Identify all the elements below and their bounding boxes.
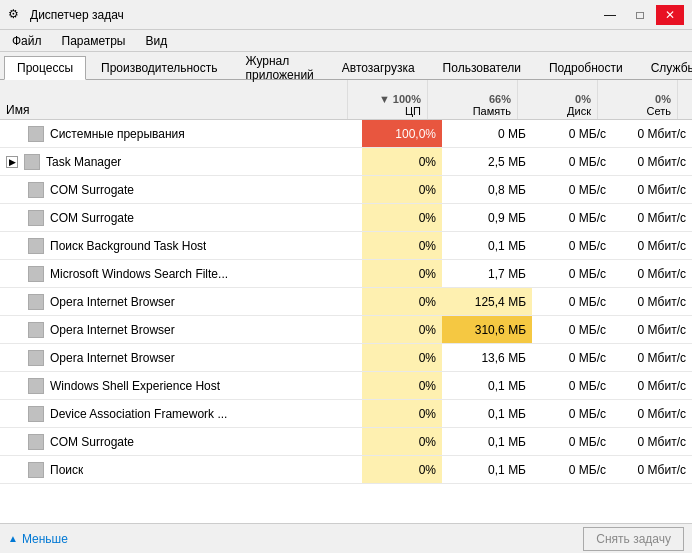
cell-disk: 0 МБ/с — [532, 316, 612, 343]
col-header-cpu[interactable]: ▼ 100% ЦП — [348, 80, 428, 119]
cell-memory: 310,6 МБ — [442, 316, 532, 343]
cell-cpu: 0% — [362, 316, 442, 343]
expand-button[interactable]: ▶ — [6, 156, 18, 168]
cell-name: COM Surrogate — [0, 428, 362, 455]
cell-name: COM Surrogate — [0, 204, 362, 231]
col-header-name[interactable]: Имя — [0, 80, 348, 119]
process-name: Поиск — [50, 463, 83, 477]
process-icon — [28, 266, 44, 282]
cell-cpu: 0% — [362, 288, 442, 315]
process-name: Microsoft Windows Search Filte... — [50, 267, 228, 281]
table-row[interactable]: COM Surrogate0%0,9 МБ0 МБ/с0 Мбит/с — [0, 204, 692, 232]
tab-bar: Процессы Производительность Журнал прило… — [0, 52, 692, 80]
col-header-memory[interactable]: 66% Память — [428, 80, 518, 119]
cell-disk: 0 МБ/с — [532, 344, 612, 371]
col-header-disk[interactable]: 0% Диск — [518, 80, 598, 119]
end-task-button[interactable]: Снять задачу — [583, 527, 684, 551]
app-title: Диспетчер задач — [30, 8, 124, 22]
cell-memory: 0,8 МБ — [442, 176, 532, 203]
tab-details[interactable]: Подробности — [536, 55, 636, 79]
tab-services[interactable]: Службы — [638, 55, 692, 79]
tab-processes[interactable]: Процессы — [4, 56, 86, 80]
tab-startup[interactable]: Автозагрузка — [329, 55, 428, 79]
table-row[interactable]: Windows Shell Experience Host0%0,1 МБ0 М… — [0, 372, 692, 400]
table-body[interactable]: Системные прерывания100,0%0 МБ0 МБ/с0 Мб… — [0, 120, 692, 523]
cell-memory: 0,1 МБ — [442, 456, 532, 483]
process-icon — [28, 350, 44, 366]
cell-memory: 125,4 МБ — [442, 288, 532, 315]
app-icon: ⚙ — [8, 7, 24, 23]
process-name: Opera Internet Browser — [50, 351, 175, 365]
cell-disk: 0 МБ/с — [532, 288, 612, 315]
col-net-label: Сеть — [647, 105, 671, 117]
col-header-net[interactable]: 0% Сеть — [598, 80, 678, 119]
cell-name: Windows Shell Experience Host — [0, 372, 362, 399]
cell-cpu: 0% — [362, 456, 442, 483]
col-disk-label: Диск — [567, 105, 591, 117]
cell-cpu: 0% — [362, 232, 442, 259]
col-mem-percent: 66% — [489, 93, 511, 105]
table-row[interactable]: Поиск0%0,1 МБ0 МБ/с0 Мбит/с — [0, 456, 692, 484]
cell-disk: 0 МБ/с — [532, 372, 612, 399]
process-name: Windows Shell Experience Host — [50, 379, 220, 393]
table-row[interactable]: COM Surrogate0%0,1 МБ0 МБ/с0 Мбит/с — [0, 428, 692, 456]
table-row[interactable]: Opera Internet Browser0%125,4 МБ0 МБ/с0 … — [0, 288, 692, 316]
cell-name: ▶Task Manager — [0, 148, 362, 175]
cell-name: Microsoft Windows Search Filte... — [0, 260, 362, 287]
minimize-button[interactable]: — — [596, 5, 624, 25]
cell-net: 0 Мбит/с — [612, 148, 692, 175]
maximize-button[interactable]: □ — [626, 5, 654, 25]
cell-cpu: 0% — [362, 260, 442, 287]
cell-memory: 0,1 МБ — [442, 400, 532, 427]
cell-memory: 0,9 МБ — [442, 204, 532, 231]
col-cpu-percent: ▼ 100% — [379, 93, 421, 105]
cell-name: Системные прерывания — [0, 120, 362, 147]
table-row[interactable]: Системные прерывания100,0%0 МБ0 МБ/с0 Мб… — [0, 120, 692, 148]
title-bar: ⚙ Диспетчер задач — □ ✕ — [0, 0, 692, 30]
col-mem-label: Память — [473, 105, 511, 117]
cell-net: 0 Мбит/с — [612, 120, 692, 147]
cell-cpu: 0% — [362, 148, 442, 175]
menu-params[interactable]: Параметры — [54, 32, 134, 50]
table-row[interactable]: COM Surrogate0%0,8 МБ0 МБ/с0 Мбит/с — [0, 176, 692, 204]
cell-disk: 0 МБ/с — [532, 456, 612, 483]
cell-net: 0 Мбит/с — [612, 372, 692, 399]
process-name: Task Manager — [46, 155, 121, 169]
table-row[interactable]: Device Association Framework ...0%0,1 МБ… — [0, 400, 692, 428]
process-icon — [28, 210, 44, 226]
cell-net: 0 Мбит/с — [612, 288, 692, 315]
cell-name: Device Association Framework ... — [0, 400, 362, 427]
tab-users[interactable]: Пользователи — [430, 55, 534, 79]
cell-disk: 0 МБ/с — [532, 176, 612, 203]
table-row[interactable]: ▶Task Manager0%2,5 МБ0 МБ/с0 Мбит/с — [0, 148, 692, 176]
cell-name: Opera Internet Browser — [0, 316, 362, 343]
cell-net: 0 Мбит/с — [612, 176, 692, 203]
tab-app-history[interactable]: Журнал приложений — [233, 55, 327, 79]
cell-net: 0 Мбит/с — [612, 204, 692, 231]
cell-memory: 1,7 МБ — [442, 260, 532, 287]
cell-cpu: 0% — [362, 428, 442, 455]
cell-name: Поиск Background Task Host — [0, 232, 362, 259]
close-button[interactable]: ✕ — [656, 5, 684, 25]
menu-bar: Файл Параметры Вид — [0, 30, 692, 52]
cell-disk: 0 МБ/с — [532, 428, 612, 455]
cell-net: 0 Мбит/с — [612, 316, 692, 343]
cell-disk: 0 МБ/с — [532, 260, 612, 287]
cell-net: 0 Мбит/с — [612, 260, 692, 287]
table-row[interactable]: Opera Internet Browser0%310,6 МБ0 МБ/с0 … — [0, 316, 692, 344]
cell-disk: 0 МБ/с — [532, 400, 612, 427]
less-button[interactable]: ▲ Меньше — [8, 532, 68, 546]
table-row[interactable]: Поиск Background Task Host0%0,1 МБ0 МБ/с… — [0, 232, 692, 260]
cell-net: 0 Мбит/с — [612, 344, 692, 371]
col-disk-percent: 0% — [575, 93, 591, 105]
cell-disk: 0 МБ/с — [532, 120, 612, 147]
cell-cpu: 0% — [362, 400, 442, 427]
menu-file[interactable]: Файл — [4, 32, 50, 50]
cell-net: 0 Мбит/с — [612, 428, 692, 455]
menu-view[interactable]: Вид — [137, 32, 175, 50]
table-row[interactable]: Microsoft Windows Search Filte...0%1,7 М… — [0, 260, 692, 288]
table-row[interactable]: Opera Internet Browser0%13,6 МБ0 МБ/с0 М… — [0, 344, 692, 372]
cell-disk: 0 МБ/с — [532, 232, 612, 259]
process-name: Системные прерывания — [50, 127, 185, 141]
tab-performance[interactable]: Производительность — [88, 55, 230, 79]
